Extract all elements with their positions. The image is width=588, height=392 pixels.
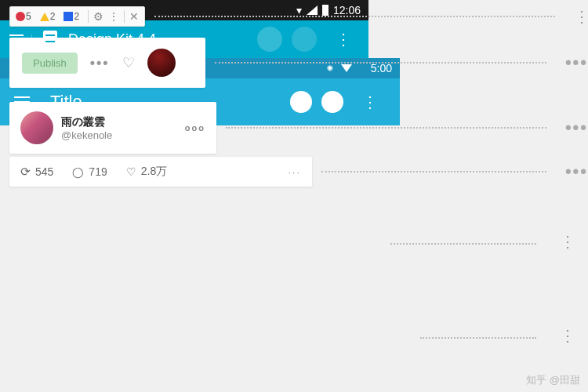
warning-count: 2 — [50, 11, 56, 22]
more-horizontal-icon[interactable]: ••• — [556, 118, 588, 138]
retweet-count: 545 — [35, 165, 53, 178]
more-vertical-icon[interactable]: ⋮ — [550, 232, 583, 251]
user-handle: @kekenole — [61, 129, 112, 141]
like-count: 2.8万 — [141, 165, 167, 179]
separator — [154, 16, 555, 17]
more-vertical-icon[interactable]: ⋮ — [564, 7, 588, 26]
avatar[interactable] — [20, 111, 53, 144]
separator — [390, 243, 536, 245]
publish-button[interactable]: Publish — [22, 53, 78, 74]
document-icon — [43, 31, 57, 48]
error-count: 5 — [26, 11, 31, 22]
separator — [420, 337, 536, 339]
comment-count: 719 — [89, 165, 107, 178]
message-count: 2 — [74, 11, 79, 22]
comment-stat[interactable]: 719 — [72, 165, 107, 178]
user-name: 雨の叢雲 — [61, 115, 112, 129]
more-vertical-icon[interactable]: ⋮ — [550, 326, 583, 345]
message-icon — [64, 12, 73, 21]
more-horizontal-icon[interactable]: ••• — [90, 55, 110, 71]
user-card: 雨の叢雲 @kekenole ooo — [9, 102, 216, 154]
separator — [321, 171, 546, 172]
avatar[interactable] — [147, 49, 176, 77]
more-horizontal-icon[interactable]: ··· — [288, 166, 301, 178]
kebab-icon[interactable]: ⋮ — [108, 10, 119, 23]
divider — [88, 10, 89, 23]
gear-icon[interactable]: ⚙ — [93, 10, 103, 23]
more-horizontal-icon[interactable]: ••• — [556, 162, 588, 182]
more-horizontal-icon[interactable]: ooo — [185, 123, 205, 132]
stats-card: 545 719 2.8万 ··· — [9, 157, 312, 187]
publish-card: Publish ••• ♡ — [9, 38, 205, 88]
watermark: 知乎 @田甜 — [526, 373, 580, 387]
retweet-stat[interactable]: 545 — [20, 165, 53, 179]
retweet-icon — [20, 165, 31, 179]
user-meta: 雨の叢雲 @kekenole — [61, 115, 112, 141]
close-icon[interactable]: ✕ — [129, 10, 139, 23]
comment-icon — [72, 165, 84, 178]
like-icon — [126, 165, 136, 178]
separator — [226, 127, 546, 129]
error-icon — [16, 12, 25, 21]
like-stat[interactable]: 2.8万 — [126, 165, 167, 179]
divider — [124, 10, 125, 23]
status-toolbar: 5 2 2 ⚙ ⋮ ✕ — [9, 6, 145, 27]
bell-icon[interactable]: ♡ — [122, 54, 135, 71]
separator — [215, 62, 546, 64]
warning-icon — [40, 13, 49, 21]
more-horizontal-icon[interactable]: ••• — [556, 53, 588, 73]
